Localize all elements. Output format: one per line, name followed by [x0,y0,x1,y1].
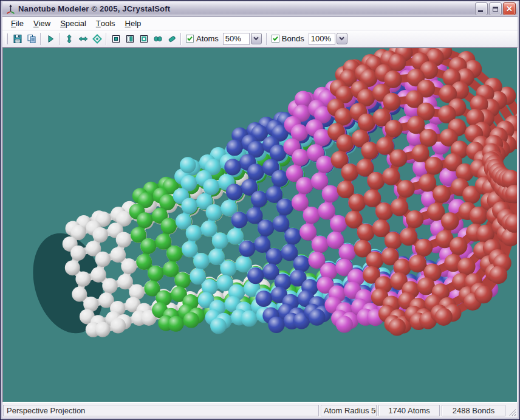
nanotube-render [3,48,518,402]
run-button[interactable] [43,32,57,46]
bond-size-combobox[interactable]: 100% [309,33,347,45]
expand-vertical-icon [64,34,74,44]
atoms-checkbox[interactable] [186,35,194,43]
maximize-button[interactable] [489,2,502,15]
center-view-icon [92,34,102,44]
atom-size-value[interactable]: 50% [223,33,250,45]
toolbar: Atoms 50% Bonds 100% [2,30,518,47]
expand-horizontal-button[interactable] [76,32,90,46]
atoms-checkbox-label: Atoms [196,34,219,43]
bond-size-dropdown-button[interactable] [337,33,347,44]
status-atom-count: 1740 Atoms [378,405,440,416]
window-title: Nanotube Modeler © 2005, JCrystalSoft [18,4,475,13]
center-view-button[interactable] [90,32,104,46]
menu-file[interactable]: File [6,17,29,30]
statusbar: Perspective Projection Atom Radius 50% 1… [2,402,518,418]
bonds-checkbox[interactable] [272,35,279,43]
save-icon [13,34,22,44]
titlebar[interactable]: Nanotube Modeler © 2005, JCrystalSoft ✕ [2,1,518,17]
minimize-button[interactable] [475,2,488,15]
menu-tools[interactable]: Tools [91,17,120,30]
view-split-icon [125,34,135,44]
toolbar-separator [180,33,182,45]
checkmark-icon [272,35,279,42]
run-icon [46,34,55,44]
view-split-button[interactable] [123,32,137,46]
minimize-icon [478,10,483,12]
copy-button[interactable] [24,32,38,46]
save-button[interactable] [10,32,24,46]
atom-size-combobox[interactable]: 50% [223,33,262,45]
copy-icon [27,34,36,44]
bonds-checkbox-label: Bonds [282,34,304,43]
toolbar-grip[interactable] [5,33,8,44]
close-button[interactable]: ✕ [503,2,516,15]
menu-view[interactable]: View [29,17,55,30]
status-projection: Perspective Projection [3,405,319,416]
expand-vertical-button[interactable] [62,32,76,46]
bond-size-value[interactable]: 100% [309,33,335,45]
view-spacefill-button[interactable] [151,32,165,46]
chevron-down-icon [253,36,259,41]
view-frame-button[interactable] [137,32,151,46]
view-frame-icon [139,34,149,44]
app-window: Nanotube Modeler © 2005, JCrystalSoft ✕ … [0,0,520,420]
maximize-icon [493,7,498,12]
view-solid-button[interactable] [109,32,123,46]
app-icon [5,4,16,14]
chevron-down-icon [339,36,344,41]
view-spacefill-icon [153,34,163,44]
status-bond-count: 2488 Bonds [442,405,505,416]
toolbar-separator [266,33,267,45]
toolbar-separator [59,33,60,45]
expand-horizontal-icon [78,34,88,44]
view-cylinder-icon [167,34,177,44]
status-atom-radius: Atom Radius 50% [321,405,377,416]
atom-size-dropdown-button[interactable] [251,33,262,44]
view-cylinder-button[interactable] [165,32,179,46]
menu-help[interactable]: Help [120,17,146,30]
resize-grip[interactable] [507,407,516,416]
viewport-3d[interactable] [2,47,518,402]
close-icon: ✕ [506,5,513,13]
view-solid-icon [111,34,121,44]
checkmark-icon [186,35,193,42]
toolbar-separator [106,33,107,45]
menubar: FileViewSpecialToolsHelp [2,17,518,30]
menu-special[interactable]: Special [55,17,91,30]
toolbar-separator [40,33,41,45]
